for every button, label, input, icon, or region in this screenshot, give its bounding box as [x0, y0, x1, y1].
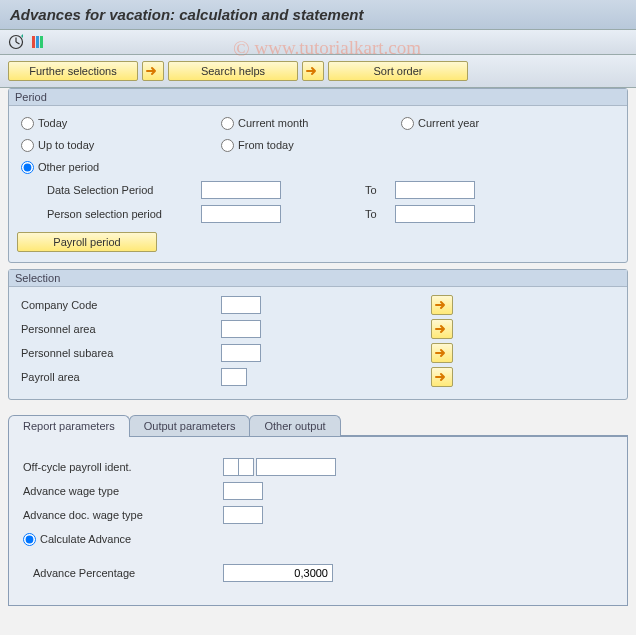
- offcycle-b-input[interactable]: [238, 458, 254, 476]
- advance-percentage-label: Advance Percentage: [33, 567, 223, 579]
- page-title: Advances for vacation: calculation and s…: [0, 0, 636, 30]
- advance-wage-input[interactable]: [223, 482, 263, 500]
- company-code-input[interactable]: [221, 296, 261, 314]
- radio-other-period-label: Other period: [38, 161, 99, 173]
- icon-toolbar: [0, 30, 636, 55]
- period-panel: Period Today Current month Current year …: [8, 88, 628, 263]
- advance-percentage-input[interactable]: [223, 564, 333, 582]
- multiple-selection-icon[interactable]: [431, 343, 453, 363]
- multiple-selection-icon[interactable]: [431, 367, 453, 387]
- person-selection-from-input[interactable]: [201, 205, 281, 223]
- tab-panel-report: Off-cycle payroll ident. Advance wage ty…: [8, 436, 628, 606]
- variants-icon[interactable]: [30, 34, 46, 50]
- radio-from-today-label: From today: [238, 139, 294, 151]
- advance-doc-wage-label: Advance doc. wage type: [23, 509, 223, 521]
- advance-wage-label: Advance wage type: [23, 485, 223, 497]
- radio-from-today[interactable]: From today: [221, 139, 294, 152]
- svg-rect-3: [32, 36, 35, 48]
- period-panel-title: Period: [9, 89, 627, 106]
- arrow-icon[interactable]: [142, 61, 164, 81]
- calculate-advance-label: Calculate Advance: [40, 533, 131, 545]
- offcycle-label: Off-cycle payroll ident.: [23, 461, 223, 473]
- data-selection-label: Data Selection Period: [47, 184, 201, 196]
- company-code-label: Company Code: [21, 299, 221, 311]
- button-toolbar: Further selections Search helps Sort ord…: [0, 55, 636, 88]
- personnel-subarea-input[interactable]: [221, 344, 261, 362]
- multiple-selection-icon[interactable]: [431, 295, 453, 315]
- offcycle-a-input[interactable]: [223, 458, 239, 476]
- advance-doc-wage-input[interactable]: [223, 506, 263, 524]
- svg-rect-4: [36, 36, 39, 48]
- person-selection-to-input[interactable]: [395, 205, 475, 223]
- data-selection-from-input[interactable]: [201, 181, 281, 199]
- tab-output-parameters[interactable]: Output parameters: [129, 415, 251, 436]
- tab-report-parameters[interactable]: Report parameters: [8, 415, 130, 437]
- further-selections-button[interactable]: Further selections: [8, 61, 138, 81]
- sort-order-button[interactable]: Sort order: [328, 61, 468, 81]
- arrow-icon[interactable]: [302, 61, 324, 81]
- offcycle-c-input[interactable]: [256, 458, 336, 476]
- radio-current-month[interactable]: Current month: [221, 117, 401, 130]
- radio-today-label: Today: [38, 117, 67, 129]
- radio-other-period[interactable]: Other period: [21, 161, 99, 174]
- to-label: To: [365, 208, 395, 220]
- person-selection-label: Person selection period: [47, 208, 201, 220]
- personnel-area-label: Personnel area: [21, 323, 221, 335]
- search-helps-button[interactable]: Search helps: [168, 61, 298, 81]
- radio-today[interactable]: Today: [21, 117, 221, 130]
- payroll-area-label: Payroll area: [21, 371, 221, 383]
- radio-current-month-label: Current month: [238, 117, 308, 129]
- payroll-period-button[interactable]: Payroll period: [17, 232, 157, 252]
- tab-other-output[interactable]: Other output: [249, 415, 340, 436]
- radio-up-to-today[interactable]: Up to today: [21, 139, 221, 152]
- data-selection-to-input[interactable]: [395, 181, 475, 199]
- svg-line-2: [16, 42, 20, 44]
- to-label: To: [365, 184, 395, 196]
- radio-up-to-today-label: Up to today: [38, 139, 94, 151]
- svg-rect-5: [40, 36, 43, 48]
- personnel-subarea-label: Personnel subarea: [21, 347, 221, 359]
- tab-container: Report parameters Output parameters Othe…: [8, 414, 628, 606]
- multiple-selection-icon[interactable]: [431, 319, 453, 339]
- personnel-area-input[interactable]: [221, 320, 261, 338]
- selection-panel: Selection Company Code Personnel area Pe…: [8, 269, 628, 400]
- selection-panel-title: Selection: [9, 270, 627, 287]
- radio-current-year[interactable]: Current year: [401, 117, 479, 130]
- execute-icon[interactable]: [8, 34, 24, 50]
- radio-calculate-advance[interactable]: Calculate Advance: [23, 533, 131, 546]
- radio-current-year-label: Current year: [418, 117, 479, 129]
- payroll-area-input[interactable]: [221, 368, 247, 386]
